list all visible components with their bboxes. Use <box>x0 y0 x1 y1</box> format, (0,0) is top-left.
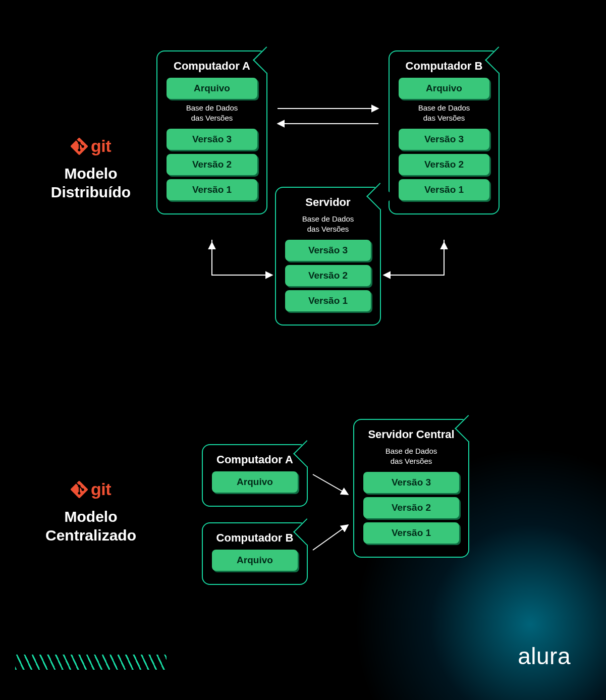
db-label: Base de Dados das Versões <box>283 214 373 235</box>
git-text: git <box>91 479 111 499</box>
version-pill: Versão 2 <box>167 154 257 175</box>
git-logo: git <box>71 479 111 499</box>
centralized-title: Modelo Centralizado <box>35 507 146 545</box>
card-title: Servidor Central <box>361 428 461 441</box>
card-title: Computador B <box>397 60 491 73</box>
distributed-title: Modelo Distribuído <box>35 164 146 202</box>
distributed-computer-a-card: Computador A Arquivo Base de Dados das V… <box>156 50 267 214</box>
db-label: Base de Dados das Versões <box>361 446 461 467</box>
version-pill: Versão 3 <box>363 472 459 493</box>
db-label: Base de Dados das Versões <box>397 103 491 124</box>
card-title: Servidor <box>283 196 373 209</box>
version-pill: Versão 3 <box>167 129 257 150</box>
version-pill: Versão 2 <box>399 154 489 175</box>
alura-watermark: alura <box>518 642 571 670</box>
card-title: Computador A <box>210 453 300 466</box>
centralized-label-block: git Modelo Centralizado <box>35 479 146 545</box>
centralized-computer-a-card: Computador A Arquivo <box>202 444 308 507</box>
svg-line-5 <box>313 525 348 550</box>
card-title: Computador A <box>164 60 259 73</box>
svg-line-4 <box>313 474 348 495</box>
version-pill: Versão 2 <box>363 497 459 518</box>
version-pill: Versão 3 <box>399 129 489 150</box>
git-text: git <box>91 136 111 156</box>
file-pill: Arquivo <box>212 550 298 571</box>
db-label: Base de Dados das Versões <box>164 103 259 124</box>
version-pill: Versão 2 <box>285 265 371 286</box>
version-pill: Versão 1 <box>363 522 459 544</box>
version-pill: Versão 1 <box>285 290 371 311</box>
version-pill: Versão 1 <box>399 179 489 200</box>
git-icon <box>71 481 88 498</box>
version-pill: Versão 3 <box>285 240 371 261</box>
file-pill: Arquivo <box>167 78 257 99</box>
version-pill: Versão 1 <box>167 179 257 200</box>
git-logo: git <box>71 136 111 156</box>
distributed-server-card: Servidor Base de Dados das Versões Versã… <box>275 187 381 326</box>
centralized-computer-b-card: Computador B Arquivo <box>202 522 308 585</box>
git-icon <box>71 138 88 155</box>
card-title: Computador B <box>210 531 300 545</box>
file-pill: Arquivo <box>212 471 298 493</box>
decorative-hatches <box>15 655 167 670</box>
centralized-server-card: Servidor Central Base de Dados das Versõ… <box>353 419 469 558</box>
file-pill: Arquivo <box>399 78 489 99</box>
distributed-label-block: git Modelo Distribuído <box>35 136 146 202</box>
distributed-computer-b-card: Computador B Arquivo Base de Dados das V… <box>389 50 500 214</box>
centralized-arrows <box>0 0 606 700</box>
